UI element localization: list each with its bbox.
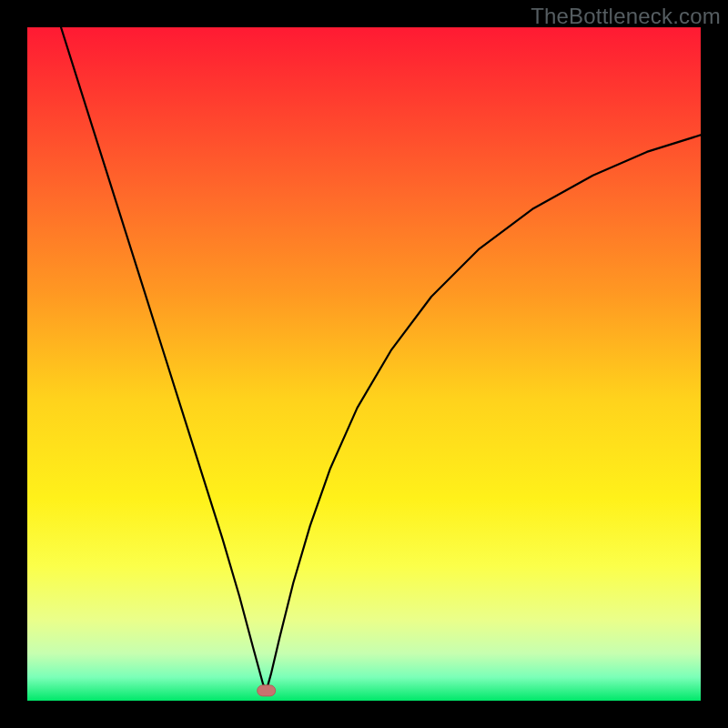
chart-plot [27, 27, 701, 701]
gradient-background [27, 27, 701, 701]
watermark-text: TheBottleneck.com [531, 4, 721, 29]
minimum-marker [258, 685, 276, 696]
outer-frame: TheBottleneck.com [0, 0, 728, 728]
